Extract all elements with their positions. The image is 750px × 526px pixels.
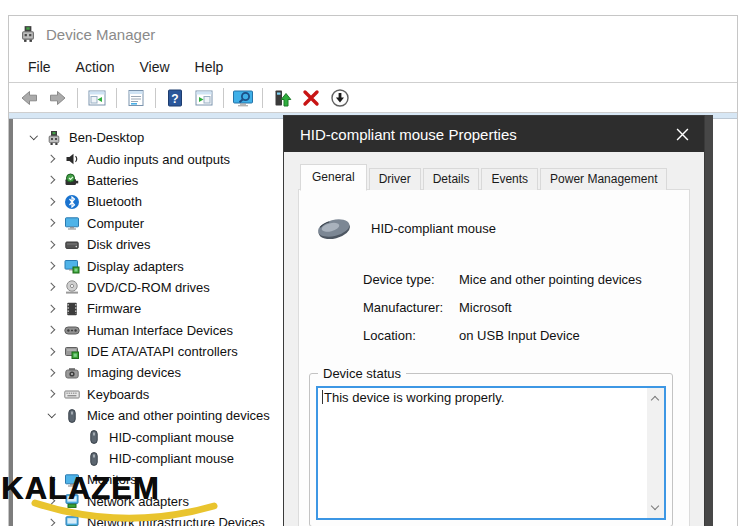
action-pane-icon <box>194 88 214 108</box>
monitor-icon <box>64 215 80 231</box>
uninstall-device-button[interactable] <box>298 86 324 110</box>
field-value: on USB Input Device <box>459 328 689 343</box>
close-icon <box>676 128 689 141</box>
menu-item-file[interactable]: File <box>25 57 54 77</box>
mouse-icon <box>86 451 102 467</box>
imaging-device-icon <box>64 365 80 381</box>
scan-hardware-icon <box>232 88 254 108</box>
back-icon <box>18 88 40 108</box>
chevron-right-icon[interactable] <box>47 197 56 206</box>
properties-dialog: HID-compliant mouse Properties GeneralDr… <box>283 115 705 526</box>
text-caret <box>322 390 323 404</box>
scroll-down-icon[interactable] <box>647 499 664 516</box>
battery-icon <box>64 172 80 188</box>
uninstall-icon <box>301 88 321 108</box>
show-console-tree-button[interactable] <box>84 86 110 110</box>
chevron-right-icon[interactable] <box>47 262 56 271</box>
chevron-right-icon[interactable] <box>47 368 56 377</box>
bluetooth-icon <box>64 194 80 210</box>
keyboard-icon <box>64 386 80 402</box>
chevron-right-icon[interactable] <box>47 304 56 313</box>
chevron-right-icon[interactable] <box>47 347 56 356</box>
field-label: Device type: <box>363 272 459 287</box>
device-manager-icon <box>19 25 37 43</box>
tab-power-management[interactable]: Power Management <box>540 168 667 190</box>
field-value: Microsoft <box>459 300 689 315</box>
tree-item-label: Keyboards <box>87 387 149 402</box>
forward-button[interactable] <box>45 86 71 110</box>
field-label: Location: <box>363 328 459 343</box>
tree-item-label: HID-compliant mouse <box>109 451 234 466</box>
chevron-right-icon[interactable] <box>47 219 56 228</box>
menu-item-help[interactable]: Help <box>192 57 227 77</box>
show-action-pane-button[interactable] <box>191 86 217 110</box>
tab-strip: GeneralDriverDetailsEventsPower Manageme… <box>300 163 704 190</box>
mouse-icon <box>64 408 80 424</box>
menu-bar: FileActionViewHelp <box>9 52 737 83</box>
chevron-right-icon[interactable] <box>47 240 56 249</box>
dvd-drive-icon <box>64 279 80 295</box>
chevron-down-icon[interactable] <box>47 411 56 420</box>
tab-details[interactable]: Details <box>423 168 480 190</box>
status-scrollbar[interactable] <box>647 388 664 518</box>
computer-host-icon <box>46 130 62 146</box>
tree-item-label: Computer <box>87 216 144 231</box>
device-status-group: Device status This device is working pro… <box>309 373 673 526</box>
tab-general[interactable]: General <box>300 164 367 191</box>
toolbar-separator <box>116 88 117 108</box>
general-tab-panel: HID-compliant mouse Device type:Mice and… <box>298 189 690 526</box>
disk-drive-icon <box>64 237 80 253</box>
svg-text:?: ? <box>171 91 178 105</box>
chevron-down-icon[interactable] <box>29 133 38 142</box>
disable-device-icon <box>330 88 350 108</box>
display-adapter-icon <box>64 258 80 274</box>
tab-events[interactable]: Events <box>481 168 538 190</box>
chevron-right-icon[interactable] <box>47 390 56 399</box>
tree-item-label: IDE ATA/ATAPI controllers <box>87 344 238 359</box>
tree-item-label: Mice and other pointing devices <box>87 408 270 423</box>
back-button[interactable] <box>16 86 42 110</box>
forward-icon <box>47 88 69 108</box>
tree-item-label: DVD/CD-ROM drives <box>87 280 210 295</box>
mouse-device-icon <box>313 214 355 242</box>
toolbar-separator <box>77 88 78 108</box>
chevron-right-icon[interactable] <box>47 283 56 292</box>
tree-item-label: Imaging devices <box>87 365 181 380</box>
dialog-title: HID-compliant mouse Properties <box>300 126 666 143</box>
menu-item-action[interactable]: Action <box>73 57 118 77</box>
chevron-right-icon[interactable] <box>47 326 56 335</box>
scan-hardware-changes-button[interactable] <box>230 86 256 110</box>
toolbar: ? <box>9 83 737 113</box>
console-tree-icon <box>87 88 107 108</box>
disable-device-button[interactable] <box>327 86 353 110</box>
mouse-icon <box>86 429 102 445</box>
chevron-right-icon[interactable] <box>47 155 56 164</box>
field-value: Mice and other pointing devices <box>459 272 689 287</box>
menu-item-view[interactable]: View <box>136 57 172 77</box>
close-button[interactable] <box>666 120 698 148</box>
speaker-icon <box>64 151 80 167</box>
tab-driver[interactable]: Driver <box>369 168 421 190</box>
tree-item-label: Display adapters <box>87 259 184 274</box>
scroll-up-icon[interactable] <box>647 390 664 407</box>
hid-icon <box>64 322 80 338</box>
chevron-right-icon[interactable] <box>47 176 56 185</box>
tree-item-label: Ben-Desktop <box>69 130 144 145</box>
update-driver-icon <box>272 88 292 108</box>
update-driver-button[interactable] <box>269 86 295 110</box>
watermark-smile-icon <box>28 498 224 526</box>
firmware-icon <box>64 301 80 317</box>
dialog-body: GeneralDriverDetailsEventsPower Manageme… <box>284 152 704 526</box>
field-label: Manufacturer: <box>363 300 459 315</box>
tree-item-label: Bluetooth <box>87 194 142 209</box>
ide-controller-icon <box>64 344 80 360</box>
device-status-text-area[interactable]: This device is working properly. <box>316 386 666 520</box>
tree-item-label: HID-compliant mouse <box>109 430 234 445</box>
device-name: HID-compliant mouse <box>371 221 496 236</box>
window-title: Device Manager <box>46 26 155 43</box>
properties-button[interactable] <box>123 86 149 110</box>
help-icon: ? <box>165 88 185 108</box>
tree-item-label: Human Interface Devices <box>87 323 233 338</box>
help-button[interactable]: ? <box>162 86 188 110</box>
tree-item-label: Audio inputs and outputs <box>87 152 230 167</box>
